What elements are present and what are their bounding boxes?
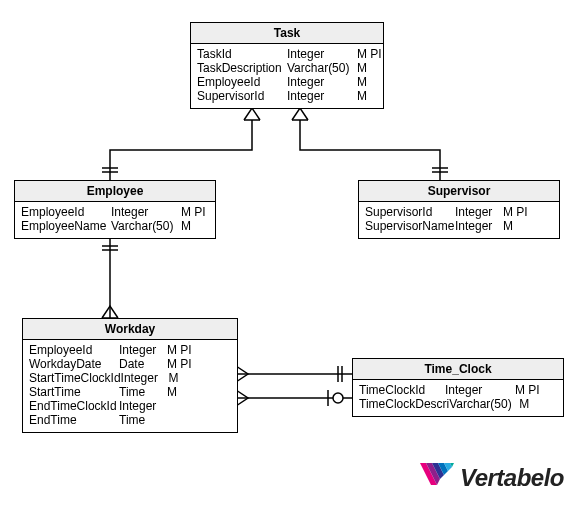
entity-title: Supervisor <box>359 181 559 202</box>
logo-icon <box>420 463 454 493</box>
entity-body: TimeClockIdIntegerM PI TimeClockDescriVa… <box>353 380 563 416</box>
entity-body: SupervisorIdIntegerM PI SupervisorNameIn… <box>359 202 559 238</box>
table-row: EmployeeIdIntegerM PI <box>21 205 209 219</box>
entity-body: EmployeeIdIntegerM PI WorkdayDateDateM P… <box>23 340 237 432</box>
table-row: EndTimeTime <box>29 413 231 427</box>
entity-time-clock: Time_Clock TimeClockIdIntegerM PI TimeCl… <box>352 358 564 417</box>
vertabelo-logo: Vertabelo <box>420 463 564 493</box>
table-row: TaskIdIntegerM PI <box>197 47 377 61</box>
table-row: EmployeeIdIntegerM PI <box>29 343 231 357</box>
table-row: EndTimeClockIdInteger <box>29 399 231 413</box>
entity-workday: Workday EmployeeIdIntegerM PI WorkdayDat… <box>22 318 238 433</box>
entity-body: TaskIdIntegerM PI TaskDescriptionVarchar… <box>191 44 383 108</box>
table-row: WorkdayDateDateM PI <box>29 357 231 371</box>
entity-task: Task TaskIdIntegerM PI TaskDescriptionVa… <box>190 22 384 109</box>
entity-body: EmployeeIdIntegerM PI EmployeeNameVarcha… <box>15 202 215 238</box>
table-row: TimeClockIdIntegerM PI <box>359 383 557 397</box>
logo-text: Vertabelo <box>460 464 564 492</box>
entity-employee: Employee EmployeeIdIntegerM PI EmployeeN… <box>14 180 216 239</box>
svg-point-11 <box>333 393 343 403</box>
table-row: TaskDescriptionVarchar(50)M <box>197 61 377 75</box>
table-row: EmployeeNameVarchar(50)M <box>21 219 209 233</box>
entity-title: Time_Clock <box>353 359 563 380</box>
entity-title: Task <box>191 23 383 44</box>
table-row: SupervisorIdIntegerM <box>197 89 377 103</box>
entity-title: Employee <box>15 181 215 202</box>
table-row: TimeClockDescriVarchar(50)M <box>359 397 557 411</box>
table-row: EmployeeIdIntegerM <box>197 75 377 89</box>
table-row: SupervisorIdIntegerM PI <box>365 205 553 219</box>
table-row: StartTimeClockIdIntegerM <box>29 371 231 385</box>
entity-title: Workday <box>23 319 237 340</box>
entity-supervisor: Supervisor SupervisorIdIntegerM PI Super… <box>358 180 560 239</box>
table-row: StartTimeTimeM <box>29 385 231 399</box>
table-row: SupervisorNameIntegerM <box>365 219 553 233</box>
